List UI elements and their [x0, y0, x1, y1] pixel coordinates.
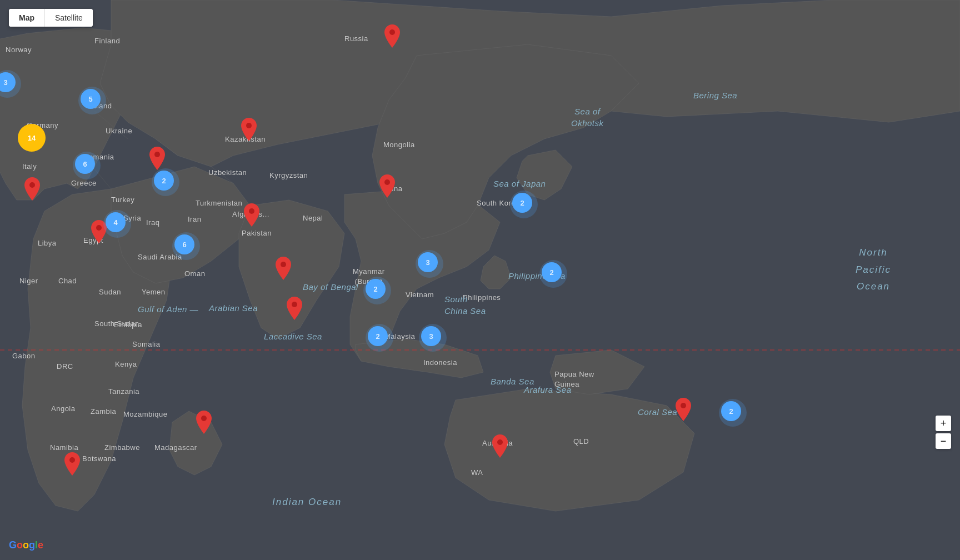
pin-australia-ne[interactable] [676, 398, 691, 423]
cluster-dk-count: 3 [3, 78, 7, 87]
cluster-turkey-east-count: 2 [162, 177, 166, 185]
cluster-egypt-east-count: 4 [113, 218, 117, 227]
cluster-gulf[interactable]: 6 [174, 234, 194, 254]
svg-point-16 [201, 416, 207, 421]
svg-point-10 [29, 182, 35, 188]
pin-kazakhstan[interactable] [241, 118, 257, 143]
svg-point-8 [246, 123, 252, 128]
map-container[interactable]: Indian Ocean NorthPacificOcean Russia Fi… [0, 0, 960, 560]
cluster-korea-sea-count: 2 [520, 199, 524, 207]
cluster-vietnam-sea[interactable]: 3 [418, 252, 438, 272]
svg-point-13 [281, 262, 286, 267]
cluster-dk[interactable]: 3 [0, 72, 16, 92]
cluster-baltic[interactable]: 5 [81, 89, 101, 109]
cluster-sea-japan2[interactable]: 2 [542, 262, 562, 282]
cluster-indonesia-count: 3 [429, 332, 433, 341]
cluster-gulf-count: 6 [182, 241, 186, 249]
cluster-indochina[interactable]: 2 [366, 279, 386, 299]
cluster-malaysia[interactable]: 2 [368, 326, 388, 346]
pin-china[interactable] [379, 174, 395, 200]
cluster-pacific-aus-count: 2 [729, 407, 733, 416]
map-zoom-controls: + − [936, 416, 951, 449]
google-logo: Google [9, 539, 43, 551]
cluster-sea-japan2-count: 2 [549, 268, 553, 277]
cluster-indochina-count: 2 [373, 285, 377, 293]
svg-point-17 [497, 439, 503, 445]
map-background [0, 0, 960, 560]
map-type-satellite-button[interactable]: Satellite [45, 9, 93, 27]
pin-india-north[interactable] [276, 257, 291, 282]
svg-point-14 [292, 302, 297, 307]
cluster-turkey-east[interactable]: 2 [154, 171, 174, 191]
map-type-map-button[interactable]: Map [9, 9, 45, 27]
cluster-egypt-east[interactable]: 4 [106, 212, 126, 232]
cluster-vietnam-sea-count: 3 [426, 258, 429, 267]
cluster-malaysia-count: 2 [376, 332, 379, 341]
map-type-control: Map Satellite [9, 9, 93, 27]
pin-south-africa[interactable] [64, 452, 80, 478]
pin-australia[interactable] [492, 434, 508, 460]
cluster-pacific-aus[interactable]: 2 [721, 401, 741, 421]
pin-madagascar-south[interactable] [196, 411, 212, 436]
cluster-balkans-count: 6 [83, 160, 87, 168]
svg-point-19 [69, 457, 75, 463]
svg-point-7 [389, 29, 395, 35]
pin-afghanistan[interactable] [244, 203, 259, 229]
cluster-korea-sea[interactable]: 2 [512, 193, 532, 213]
svg-point-15 [384, 179, 390, 185]
zoom-out-button[interactable]: − [936, 433, 951, 449]
pin-russia-north[interactable] [384, 24, 400, 50]
zoom-in-button[interactable]: + [936, 416, 951, 431]
cluster-indonesia[interactable]: 3 [421, 326, 441, 346]
pin-india-south[interactable] [287, 297, 302, 322]
svg-point-12 [249, 208, 254, 214]
svg-point-9 [154, 152, 160, 157]
svg-point-11 [96, 225, 102, 231]
cluster-central-eu[interactable]: 14 [18, 124, 46, 152]
cluster-baltic-count: 5 [88, 95, 92, 103]
pin-italy-south[interactable] [24, 177, 40, 203]
svg-point-18 [681, 403, 686, 408]
cluster-central-eu-count: 14 [28, 134, 36, 142]
cluster-balkans[interactable]: 6 [75, 154, 95, 174]
